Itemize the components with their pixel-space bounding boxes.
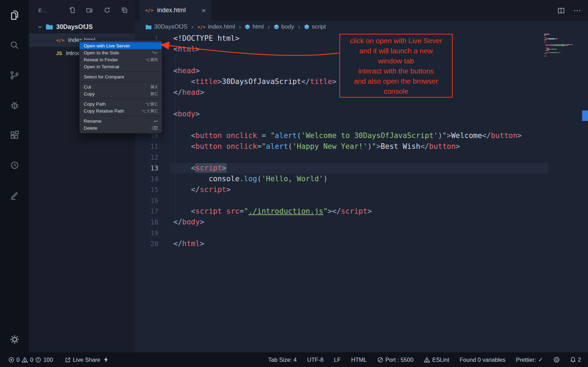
breadcrumb-html[interactable]: html bbox=[245, 23, 264, 30]
status-live-share[interactable]: Live Share bbox=[65, 357, 100, 363]
error-icon bbox=[8, 357, 14, 363]
code-line[interactable]: 8<body> bbox=[135, 109, 588, 120]
tab-bar: </> index.html × ⋯ bbox=[135, 0, 588, 21]
bolt-icon[interactable] bbox=[104, 357, 108, 363]
port-icon bbox=[377, 357, 383, 363]
status-port[interactable]: Port : 5500 bbox=[377, 357, 414, 363]
menu-item-cut[interactable]: Cut⌘X bbox=[80, 83, 162, 90]
source-control-icon[interactable] bbox=[6, 67, 23, 84]
code-line[interactable]: 7 bbox=[135, 98, 588, 109]
symbol-cube-icon bbox=[245, 24, 250, 30]
search-icon[interactable] bbox=[6, 37, 23, 54]
code-line[interactable]: 18</body> bbox=[135, 217, 588, 228]
status-language[interactable]: HTML bbox=[351, 357, 367, 363]
js-file-icon: JS bbox=[56, 51, 62, 56]
menu-separator bbox=[80, 116, 162, 116]
pen-icon[interactable] bbox=[6, 187, 23, 204]
symbol-cube-icon bbox=[304, 24, 309, 30]
symbol-cube-icon bbox=[274, 24, 279, 30]
folder-icon bbox=[145, 24, 152, 30]
code-line[interactable]: 12 bbox=[135, 152, 588, 163]
code-line[interactable]: 14 console.log('Hello, World') bbox=[135, 174, 588, 184]
breadcrumb-body[interactable]: body bbox=[274, 23, 294, 30]
code-line[interactable]: 13 <script> bbox=[135, 163, 588, 174]
menu-item-copy-relative-path[interactable]: Copy Relative Path⌥⇧⌘C bbox=[80, 107, 162, 114]
sidebar-title: E… bbox=[38, 7, 47, 13]
clock-icon[interactable] bbox=[6, 157, 23, 174]
collapse-all-icon[interactable] bbox=[121, 7, 128, 14]
run-debug-icon[interactable] bbox=[6, 97, 23, 114]
menu-separator bbox=[80, 82, 162, 82]
explorer-icon[interactable] bbox=[6, 7, 23, 24]
html-file-icon: </> bbox=[145, 8, 153, 13]
scrollbar-marker[interactable] bbox=[582, 110, 588, 121]
warning-icon bbox=[22, 357, 28, 363]
menu-separator bbox=[80, 71, 162, 72]
menu-separator bbox=[80, 99, 162, 99]
info-icon bbox=[35, 357, 41, 363]
menu-item-delete[interactable]: Delete⌫ bbox=[80, 124, 162, 131]
context-menu: Open with Live ServerOpen to the Side^↩R… bbox=[79, 40, 162, 133]
menu-item-copy[interactable]: Copy⌘C bbox=[80, 90, 162, 97]
bell-icon bbox=[570, 357, 576, 363]
check-icon: ✓ bbox=[538, 357, 543, 363]
annotation-box: click on open with Live Severand it will… bbox=[339, 34, 453, 98]
menu-item-copy-path[interactable]: Copy Path⌥⌘C bbox=[80, 100, 162, 107]
code-line[interactable]: 20</html> bbox=[135, 238, 588, 249]
close-icon[interactable]: × bbox=[202, 6, 206, 15]
code-line[interactable]: 9 bbox=[135, 120, 588, 130]
settings-gear-icon[interactable] bbox=[0, 334, 29, 345]
warning-icon bbox=[424, 357, 430, 363]
menu-item-reveal-in-finder[interactable]: Reveal in Finder⌥⌘R bbox=[80, 56, 162, 63]
share-icon bbox=[65, 357, 71, 363]
vscode-window: E… bbox=[0, 0, 588, 367]
split-editor-icon[interactable] bbox=[557, 7, 565, 14]
folder-30daysofjs[interactable]: 30DaysOfJS bbox=[29, 20, 135, 33]
annotation-line: window tab bbox=[340, 56, 452, 66]
status-prettier[interactable]: Prettier: ✓ bbox=[516, 357, 543, 363]
breadcrumb-script[interactable]: script bbox=[304, 23, 326, 30]
annotation-line: and it will launch a new bbox=[340, 46, 452, 56]
status-bar: 0 0 100 Live Share bbox=[0, 352, 588, 367]
status-eol[interactable]: LF bbox=[334, 357, 340, 363]
chevron-right-icon: › bbox=[267, 23, 270, 31]
chevron-down-icon bbox=[37, 24, 43, 30]
status-variables[interactable]: Found 0 variables bbox=[460, 357, 505, 363]
status-tab-size[interactable]: Tab Size: 4 bbox=[268, 357, 297, 363]
menu-item-rename[interactable]: Rename↩ bbox=[80, 117, 162, 124]
breadcrumb-folder[interactable]: 30DaysOfJS bbox=[145, 23, 187, 30]
minimap-line bbox=[544, 56, 579, 57]
code-line[interactable]: 15 </script> bbox=[135, 184, 588, 195]
chevron-right-icon: › bbox=[191, 23, 193, 31]
code-line[interactable]: 10 <button onclick = "alert('Welcome to … bbox=[135, 130, 588, 141]
status-problems[interactable]: 0 0 100 bbox=[8, 357, 53, 363]
code-line[interactable]: 11 <button onclick="alert('Happy New Yea… bbox=[135, 141, 588, 152]
extensions-icon[interactable] bbox=[6, 127, 23, 144]
new-file-icon[interactable] bbox=[69, 7, 76, 14]
tab-index-html[interactable]: </> index.html × bbox=[140, 0, 211, 21]
status-eslint[interactable]: ESLint bbox=[424, 357, 449, 363]
folder-label: 30DaysOfJS bbox=[56, 23, 93, 31]
activity-bar bbox=[0, 0, 29, 352]
code-line[interactable]: 19 bbox=[135, 228, 588, 238]
refresh-icon[interactable] bbox=[104, 7, 111, 14]
html-file-icon: </> bbox=[197, 24, 205, 30]
html-file-icon: </> bbox=[56, 38, 64, 43]
more-actions-icon[interactable]: ⋯ bbox=[573, 7, 581, 14]
menu-item-select-for-compare[interactable]: Select for Compare bbox=[80, 73, 162, 80]
chevron-right-icon: › bbox=[239, 23, 241, 31]
minimap[interactable] bbox=[544, 34, 579, 57]
new-folder-icon[interactable] bbox=[86, 7, 93, 14]
annotation-line: interact with the buttons bbox=[340, 66, 452, 76]
breadcrumb-file[interactable]: </> index.html bbox=[197, 23, 235, 30]
status-notifications[interactable]: 2 bbox=[570, 357, 581, 363]
breadcrumb: 30DaysOfJS › </> index.html › html › bod… bbox=[135, 21, 588, 33]
menu-item-open-in-terminal[interactable]: Open in Terminal bbox=[80, 63, 162, 70]
code-line[interactable]: 16 bbox=[135, 195, 588, 206]
menu-item-open-to-the-side[interactable]: Open to the Side^↩ bbox=[80, 49, 162, 56]
menu-item-open-with-live-server[interactable]: Open with Live Server bbox=[80, 42, 162, 49]
chevron-right-icon: › bbox=[298, 23, 300, 31]
feedback-smiley-icon[interactable] bbox=[553, 357, 560, 363]
code-line[interactable]: 17 <script src="./introduction.js"></scr… bbox=[135, 206, 588, 217]
status-encoding[interactable]: UTF-8 bbox=[307, 357, 324, 363]
